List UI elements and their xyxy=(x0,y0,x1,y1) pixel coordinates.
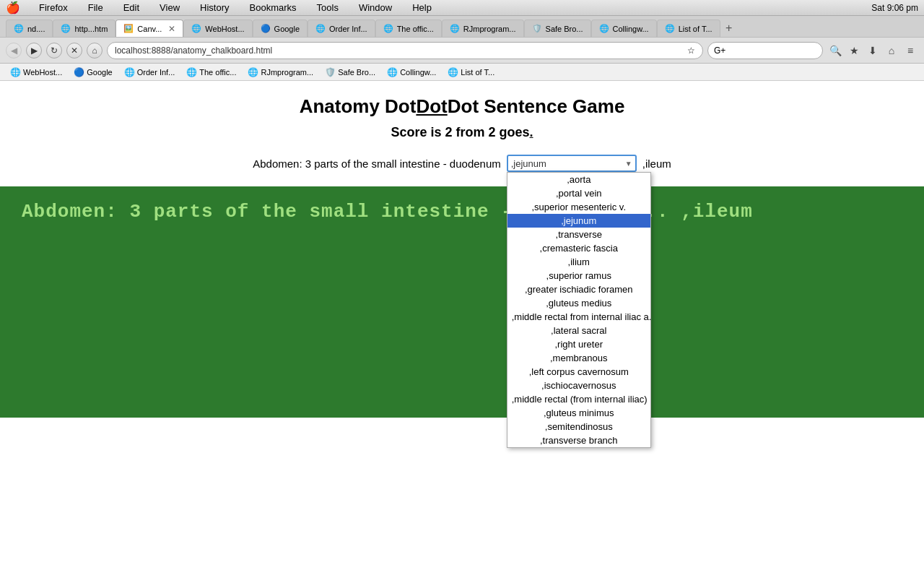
dropdown-item-17[interactable]: ,gluteus minimus xyxy=(507,406,650,420)
address-bar[interactable]: localhost:8888/anatomy_chalkboard.html ☆ xyxy=(107,42,703,59)
home-button[interactable]: ⌂ xyxy=(87,43,103,59)
bookmark-google-icon: 🔵 xyxy=(74,67,84,77)
time-display: Sat 9:06 pm xyxy=(871,3,918,13)
menu-tools[interactable]: Tools xyxy=(313,0,343,15)
bookmark-list-label: List of T... xyxy=(461,68,494,77)
tab-0[interactable]: 🌐 nd.... xyxy=(6,20,53,37)
back-button[interactable]: ◀ xyxy=(6,43,22,59)
dropdown-item-4[interactable]: ,transverse xyxy=(507,228,650,241)
tab-5[interactable]: 🌐 Order Inf... xyxy=(308,20,375,37)
bookmark-list[interactable]: 🌐 List of T... xyxy=(443,66,499,79)
dropdown-item-11[interactable]: ,lateral sacral xyxy=(507,324,650,337)
tab-label-7: RJmprogram... xyxy=(463,25,516,33)
dropdown-item-8[interactable]: ,greater ischiadic foramen xyxy=(507,282,650,296)
dropdown-arrow-icon: ▼ xyxy=(625,160,632,168)
bookmark-icon[interactable]: ★ xyxy=(846,43,862,59)
bookmark-rjm[interactable]: 🌐 RJmprogram... xyxy=(243,66,318,79)
reload-button[interactable]: ↻ xyxy=(46,43,62,59)
dropdown-item-9[interactable]: ,gluteus medius xyxy=(507,296,650,310)
bookmark-safe[interactable]: 🛡️ Safe Bro... xyxy=(321,66,380,79)
menu-history[interactable]: History xyxy=(196,0,233,15)
search-bar[interactable]: G+ xyxy=(707,42,823,59)
address-text: localhost:8888/anatomy_chalkboard.html xyxy=(115,46,687,56)
menu-view[interactable]: View xyxy=(155,0,184,15)
tab-icon-10: 🌐 xyxy=(665,24,675,33)
settings-icon[interactable]: ≡ xyxy=(902,43,918,59)
bookmark-webhost[interactable]: 🌐 WebHost... xyxy=(6,66,66,79)
bookmark-colling[interactable]: 🌐 Collingw... xyxy=(383,66,440,79)
bookmark-star-icon[interactable]: ☆ xyxy=(687,46,695,56)
tab-bar: 🌐 nd.... 🌐 http...htm 🖼️ Canv... ✕ 🌐 Web… xyxy=(0,16,924,38)
dropdown-item-2[interactable]: ,superior mesenteric v. xyxy=(507,200,650,214)
bookmark-official-label: The offic... xyxy=(199,68,236,77)
dropdown-item-1[interactable]: ,portal vein xyxy=(507,186,650,200)
dropdown-item-14[interactable]: ,left corpus cavernosum xyxy=(507,365,650,379)
dropdown-item-5[interactable]: ,cremasteric fascia xyxy=(507,241,650,255)
tab-1[interactable]: 🌐 http...htm xyxy=(53,20,116,37)
bookmark-colling-label: Collingw... xyxy=(400,68,436,77)
score-prefix: Score is 2 from 2 goes xyxy=(391,125,529,139)
forward-button[interactable]: ▶ xyxy=(26,43,42,59)
bookmark-official[interactable]: 🌐 The offic... xyxy=(182,66,240,79)
tab-icon-4: 🔵 xyxy=(261,24,271,33)
tab-icon-2: 🖼️ xyxy=(123,24,134,33)
tab-2[interactable]: 🖼️ Canv... ✕ xyxy=(116,20,183,37)
question-area: Abdomen: 3 parts of the small intestine … xyxy=(14,155,910,172)
dropdown-item-3[interactable]: ,jejunum xyxy=(507,214,650,228)
dropdown-item-7[interactable]: ,superior ramus xyxy=(507,269,650,282)
dropdown-item-18[interactable]: ,semitendinosus xyxy=(507,420,650,434)
tab-icon-7: 🌐 xyxy=(450,24,460,33)
download-icon[interactable]: ⬇ xyxy=(865,43,881,59)
bookmark-webhost-icon: 🌐 xyxy=(10,67,21,77)
tab-3[interactable]: 🌐 WebHost... xyxy=(183,20,252,37)
tab-label-5: Order Inf... xyxy=(329,25,367,33)
bookmark-order-label: Order Inf... xyxy=(137,68,175,77)
bookmark-rjm-icon: 🌐 xyxy=(248,67,258,77)
tab-4[interactable]: 🔵 Google xyxy=(253,20,308,37)
home-nav-icon[interactable]: ⌂ xyxy=(884,43,899,59)
bookmark-order[interactable]: 🌐 Order Inf... xyxy=(120,66,180,79)
tab-10[interactable]: 🌐 List of T... xyxy=(657,20,720,37)
menu-file[interactable]: File xyxy=(84,0,108,15)
dropdown-list[interactable]: ,aorta ,portal vein ,superior mesenteric… xyxy=(507,172,651,448)
tab-label-3: WebHost... xyxy=(205,25,244,33)
tab-7[interactable]: 🌐 RJmprogram... xyxy=(442,20,524,37)
title-suffix: Dot Sentence Game xyxy=(448,95,625,117)
stop-button[interactable]: ✕ xyxy=(66,43,82,59)
dropdown-item-15[interactable]: ,ischiocavernosus xyxy=(507,379,650,392)
google-plus-icon: G+ xyxy=(714,46,725,56)
tab-label-6: The offic... xyxy=(397,25,434,33)
address-icons: ☆ xyxy=(687,46,695,56)
dropdown-item-13[interactable]: ,membranous xyxy=(507,351,650,365)
dropdown-item-12[interactable]: ,right ureter xyxy=(507,337,650,351)
system-icons: Sat 9:06 pm xyxy=(871,3,918,13)
apple-menu[interactable]: 🍎 xyxy=(6,1,20,14)
menu-bar: 🍎 Firefox File Edit View History Bookmar… xyxy=(0,0,924,16)
menu-firefox[interactable]: Firefox xyxy=(35,0,72,15)
menu-bookmarks[interactable]: Bookmarks xyxy=(245,0,301,15)
bookmark-google[interactable]: 🔵 Google xyxy=(69,66,116,79)
dropdown-item-6[interactable]: ,ilium xyxy=(507,255,650,269)
new-tab-button[interactable]: + xyxy=(720,20,738,37)
tab-8[interactable]: 🛡️ Safe Bro... xyxy=(524,20,591,37)
tab-label-4: Google xyxy=(274,25,300,33)
search-icon[interactable]: 🔍 xyxy=(827,43,843,59)
bookmark-official-icon: 🌐 xyxy=(186,67,197,77)
bookmark-safe-label: Safe Bro... xyxy=(338,68,375,77)
tab-icon-5: 🌐 xyxy=(315,24,326,33)
tab-close-2[interactable]: ✕ xyxy=(168,24,175,34)
tab-label-1: http...htm xyxy=(74,25,108,33)
answer-select[interactable]: ,jejunum ▼ xyxy=(507,155,637,172)
tab-label-2: Canv... xyxy=(137,25,162,33)
menu-edit[interactable]: Edit xyxy=(119,0,144,15)
bookmarks-bar: 🌐 WebHost... 🔵 Google 🌐 Order Inf... 🌐 T… xyxy=(0,64,924,81)
dropdown-item-19[interactable]: ,transverse branch xyxy=(507,434,650,447)
dropdown-item-10[interactable]: ,middle rectal from internal iliac a. xyxy=(507,310,650,324)
bookmark-google-label: Google xyxy=(87,68,112,77)
menu-window[interactable]: Window xyxy=(354,0,396,15)
dropdown-item-0[interactable]: ,aorta xyxy=(507,173,650,186)
tab-6[interactable]: 🌐 The offic... xyxy=(375,20,442,37)
dropdown-item-16[interactable]: ,middle rectal (from internal iliac) xyxy=(507,392,650,406)
menu-help[interactable]: Help xyxy=(408,0,436,15)
tab-9[interactable]: 🌐 Collingw... xyxy=(591,20,657,37)
